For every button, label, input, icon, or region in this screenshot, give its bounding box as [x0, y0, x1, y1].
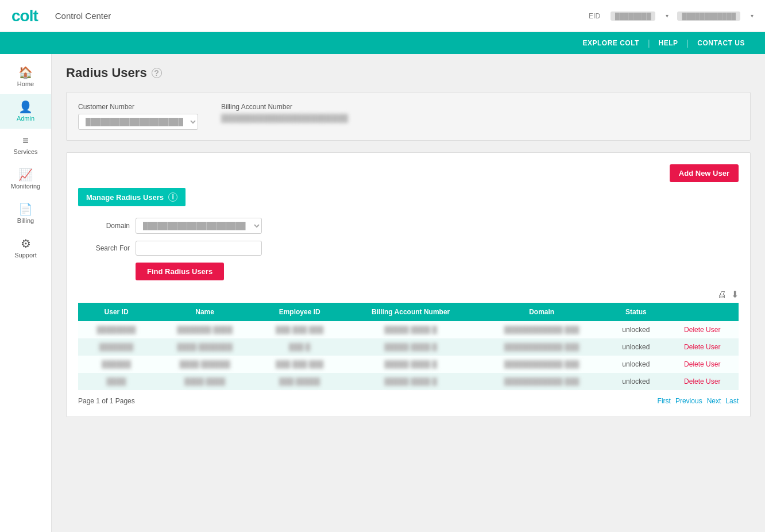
eid-label: EID — [589, 12, 600, 20]
domain-select[interactable]: █████████████████████ — [136, 218, 262, 234]
page-title-text: Radius Users — [66, 65, 147, 80]
table-cell: █████ ████ █ — [344, 356, 477, 373]
last-page-link[interactable]: Last — [725, 397, 739, 405]
sidebar: 🏠 Home 👤 Admin ≡ Services 📈 Monitoring 📄… — [0, 54, 52, 532]
radius-users-table: User ID Name Employee ID Billing Account… — [78, 303, 739, 390]
table-cell: ████ ████ — [154, 373, 255, 390]
main-layout: 🏠 Home 👤 Admin ≡ Services 📈 Monitoring 📄… — [0, 54, 765, 532]
pagination-bar: Page 1 of 1 Pages First Previous Next La… — [78, 397, 739, 405]
pagination-links: First Previous Next Last — [658, 397, 739, 405]
table-row: ████████ ███████ ██████████ ████ ███████… — [78, 373, 739, 390]
table-header-row: User ID Name Employee ID Billing Account… — [78, 303, 739, 321]
home-icon: 🏠 — [18, 67, 33, 78]
explore-colt-link[interactable]: EXPLORE COLT — [574, 39, 647, 47]
table-cell: unlocked — [606, 338, 666, 356]
sidebar-services-label: Services — [13, 148, 37, 155]
col-action — [666, 303, 739, 321]
previous-page-link[interactable]: Previous — [675, 397, 702, 405]
delete-user-cell[interactable]: Delete User — [666, 321, 739, 338]
billing-account-group: Billing Account Number █████████████████… — [221, 103, 348, 122]
table-cell: ███ █████ — [255, 373, 344, 390]
admin-icon: 👤 — [18, 101, 33, 113]
teal-nav-bar: EXPLORE COLT | HELP | CONTACT US — [0, 32, 765, 54]
filter-row: Customer Number ████████████████████ Bil… — [78, 103, 739, 130]
sidebar-item-support[interactable]: ⚙ Support — [0, 231, 51, 265]
sidebar-item-home[interactable]: 🏠 Home — [0, 60, 51, 94]
eid-dropdown-arrow[interactable]: ▾ — [666, 13, 669, 19]
table-toolbar: 🖨 ⬇ — [78, 289, 739, 300]
manage-panel: Add New User Manage Radius Users i Domai… — [66, 152, 751, 417]
table-cell: ████████████ ███ — [477, 373, 606, 390]
delete-user-cell[interactable]: Delete User — [666, 356, 739, 373]
table-cell: ████████████ ███ — [477, 338, 606, 356]
col-billing-account: Billing Account Number — [344, 303, 477, 321]
add-new-user-button[interactable]: Add New User — [670, 164, 739, 182]
table-cell: unlocked — [606, 321, 666, 338]
table-cell: ████ ███████ — [154, 338, 255, 356]
domain-row: Domain █████████████████████ — [78, 218, 739, 234]
support-icon: ⚙ — [21, 238, 31, 249]
sidebar-item-admin[interactable]: 👤 Admin — [0, 94, 51, 129]
table-cell: ████████████ ███ — [477, 356, 606, 373]
delete-user-cell[interactable]: Delete User — [666, 338, 739, 356]
colt-logo: colt — [11, 7, 38, 25]
col-domain: Domain — [477, 303, 606, 321]
table-cell: ███ █ — [255, 338, 344, 356]
table-cell: unlocked — [606, 373, 666, 390]
billing-icon: 📄 — [18, 203, 33, 215]
search-row: Search For — [78, 241, 739, 256]
search-input[interactable] — [136, 241, 262, 256]
page-info: Page 1 of 1 Pages — [78, 397, 135, 405]
top-header: colt Control Center EID ████████ ▾ █████… — [0, 0, 765, 32]
table-cell: ████ ██████ — [154, 356, 255, 373]
user-id-cell[interactable]: ███████ — [78, 338, 154, 356]
customer-number-select[interactable]: ████████████████████ — [78, 114, 198, 130]
table-row: ██████████ █████████ ███ ████████ ████ █… — [78, 356, 739, 373]
contact-us-link[interactable]: CONTACT US — [689, 39, 754, 47]
col-name: Name — [154, 303, 255, 321]
manage-header-text: Manage Radius Users — [86, 193, 164, 202]
user-value: ████████████ — [677, 11, 740, 21]
search-label: Search For — [78, 244, 130, 252]
sidebar-monitoring-label: Monitoring — [11, 183, 40, 190]
user-id-cell[interactable]: ████████ — [78, 321, 154, 338]
services-icon: ≡ — [22, 136, 29, 146]
sidebar-admin-label: Admin — [17, 115, 34, 122]
table-cell: ████████████ ███ — [477, 321, 606, 338]
help-link[interactable]: HELP — [650, 39, 687, 47]
header-right: EID ████████ ▾ ████████████ ▾ — [589, 11, 754, 21]
table-row: ███████████████ ███████ ███ ████████ ███… — [78, 321, 739, 338]
first-page-link[interactable]: First — [658, 397, 671, 405]
user-id-cell[interactable]: ████ — [78, 373, 154, 390]
find-button-row: Find Radius Users — [78, 263, 739, 280]
app-title: Control Center — [55, 11, 589, 21]
page-title: Radius Users ? — [66, 65, 751, 80]
sidebar-item-monitoring[interactable]: 📈 Monitoring — [0, 162, 51, 196]
domain-label: Domain — [78, 222, 130, 230]
sidebar-billing-label: Billing — [17, 217, 34, 224]
sidebar-item-billing[interactable]: 📄 Billing — [0, 196, 51, 231]
download-icon[interactable]: ⬇ — [731, 289, 739, 300]
table-cell: ███████ ████ — [154, 321, 255, 338]
col-status: Status — [606, 303, 666, 321]
col-user-id: User ID — [78, 303, 154, 321]
page-help-icon[interactable]: ? — [152, 68, 162, 78]
monitoring-icon: 📈 — [18, 169, 33, 180]
customer-number-group: Customer Number ████████████████████ — [78, 103, 198, 130]
print-icon[interactable]: 🖨 — [717, 290, 727, 300]
filter-box: Customer Number ████████████████████ Bil… — [66, 92, 751, 141]
delete-user-cell[interactable]: Delete User — [666, 373, 739, 390]
col-employee-id: Employee ID — [255, 303, 344, 321]
find-radius-users-button[interactable]: Find Radius Users — [136, 263, 224, 280]
eid-value: ████████ — [611, 11, 655, 21]
table-cell: █████ ████ █ — [344, 321, 477, 338]
table-cell: ███ ███ ███ — [255, 356, 344, 373]
table-cell: unlocked — [606, 356, 666, 373]
user-id-cell[interactable]: ██████ — [78, 356, 154, 373]
table-cell: ███ ███ ███ — [255, 321, 344, 338]
manage-info-icon[interactable]: i — [168, 192, 177, 202]
customer-number-label: Customer Number — [78, 103, 198, 111]
sidebar-item-services[interactable]: ≡ Services — [0, 129, 51, 162]
next-page-link[interactable]: Next — [707, 397, 721, 405]
user-dropdown-arrow[interactable]: ▾ — [751, 13, 754, 19]
